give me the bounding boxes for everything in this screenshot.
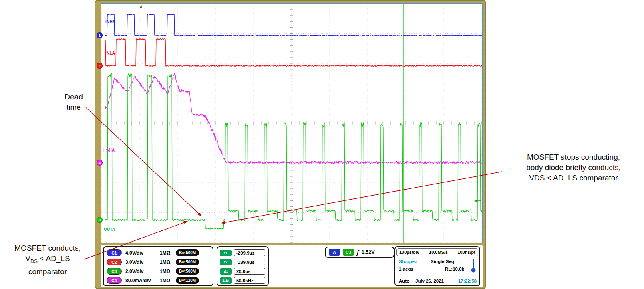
ch1-badge[interactable]: C1 [107,249,122,256]
horizontal-position-icon [471,258,476,273]
cursor-t2-value: -189.9µs [234,259,265,265]
trigger-mode: Auto [399,279,409,283]
waveform-traces: # [101,4,482,243]
ch1-trace-label: INHA [105,20,115,24]
annotation-mosfet-conducts: MOSFET conducts, VDS < AD_LS comparator [0,243,95,277]
acquisition-count: 1 acqs [399,267,413,271]
cursor-row: t2 -189.9µs [220,258,265,266]
marker-number: 4 [99,160,101,165]
cursor-readout-box: t1 -209.9µs t2 -189.9µs Δt 20.0µs 1/Δt 5… [217,246,269,286]
timebase-status-box: 100µs/div 10.0MS/s 100ns/pt Stopped Sing… [394,246,480,286]
sequence-mode: Single Seq [431,259,454,264]
ch3-trace [105,73,482,229]
channel-readout-row: C2 3.0V/div 1MΩ BW:500M [107,258,199,266]
ch4-trace [105,73,482,164]
annotation-dead-time: Dead time [55,92,92,113]
scope-readout-bar: C1 4.0V/div 1MΩ BW:500M C2 3.0V/div 1MΩ … [101,245,483,287]
cursor-delta-t-badge[interactable]: Δt [220,268,232,275]
sample-resolution: 100ns/pt [457,250,475,255]
channel-readout-row: C1 4.0V/div 1MΩ BW:500M [107,249,199,257]
ch2-badge[interactable]: C2 [107,259,122,265]
ch2-bandwidth-badge: BW:500M [176,259,199,265]
date: July 26, 2021 [415,279,444,283]
ch4-trace-label: I_SHA [103,148,115,152]
ch4-bandwidth-badge: BW:120M [176,277,199,284]
ch3-position-marker[interactable]: 3 [97,217,103,223]
ch4-coupling: 1MΩ [160,278,176,283]
channel-readout-row: C4 80.0mA/div 1MΩ BW:120M [107,277,199,284]
trigger-position-mark: # [140,4,143,9]
ch2-scale: 3.0V/div [125,259,160,265]
ch3-badge[interactable]: C3 [107,268,122,275]
ch1-coupling: 1MΩ [160,250,176,256]
cursor-t1-value: -209.9µs [234,249,265,256]
annotation-line: VDS < AD_LS [0,253,95,267]
timebase-scale: 100µs/div [399,250,419,255]
cursor-row: 1/Δt 50.0kHz [220,277,265,284]
ch4-scale: 80.0mA/div [125,278,160,283]
clock: 17:22:58 [458,279,477,283]
figure-annotated-scope-capture: Dead time MOSFET conducts, VDS < AD_LS c… [0,0,644,289]
annotation-line: MOSFET stops conducting, [503,152,644,162]
trigger-edge-icon: ʃ [357,249,359,256]
cursor-inverse-delta-t-value: 50.0kHz [234,277,265,284]
cursor-inverse-delta-t-badge[interactable]: 1/Δt [220,277,232,284]
channel-settings-box: C1 4.0V/div 1MΩ BW:500M C2 3.0V/div 1MΩ … [103,246,213,286]
run-state: Stopped [399,259,417,264]
ch2-position-marker[interactable]: 2 [97,63,103,69]
ch2-trace [105,39,482,67]
ch1-bandwidth-badge: BW:500M [176,249,199,256]
record-length: RL:10.0k [445,267,464,271]
divider [396,275,479,275]
annotation-line: time [55,102,92,113]
ch2-trace-label: INLA [105,51,115,55]
marker-number: 3 [99,218,101,222]
oscilloscope-window: # 1 2 4 3 INHA INLA I_SHA OUTA C1 4.0V/d… [95,0,486,289]
annotation-line: body diode briefly conducts, [503,162,644,173]
trigger-source-badge[interactable]: C3 [343,249,354,256]
annotation-mosfet-stops: MOSFET stops conducting, body diode brie… [503,152,644,183]
cursor-row: Δt 20.0µs [220,267,265,275]
ch1-trace [105,14,482,36]
marker-number: 1 [99,33,101,38]
annotation-line: comparator [0,267,95,277]
ch3-bandwidth-badge: BW:500M [176,268,199,275]
ch4-badge[interactable]: C4 [107,277,122,284]
trigger-readout[interactable]: A C3 ʃ 1.52V [325,247,394,258]
cursor-t1-badge[interactable]: t1 [220,250,232,256]
annotation-line: Dead [55,92,92,102]
marker-number: 2 [99,63,101,68]
cursor-t2-badge[interactable]: t2 [220,259,232,265]
ch1-scale: 4.0V/div [125,250,160,256]
trigger-a-badge[interactable]: A [329,249,340,256]
ch3-coupling: 1MΩ [160,269,176,274]
scope-display[interactable]: # 1 2 4 3 INHA INLA I_SHA OUTA [101,3,483,243]
sample-rate: 10.0MS/s [429,250,448,255]
ch1-position-marker[interactable]: 1 [97,32,103,38]
trigger-level: 1.52V [362,249,375,255]
ch4-position-marker[interactable]: 4 [97,160,103,166]
cursor-row: t1 -209.9µs [220,249,265,257]
timebase-readout: 100µs/div 10.0MS/s 100ns/pt [396,248,478,256]
ch3-trace-label: OUTA [104,227,115,232]
cursor-delta-t-value: 20.0µs [234,268,265,275]
ch3-scale: 2.0V/div [125,269,160,274]
ch2-coupling: 1MΩ [160,259,176,265]
channel-readout-row: C3 2.0V/div 1MΩ BW:500M [107,267,199,275]
annotation-line: VDS < AD_LS comparator [503,173,644,183]
annotation-line: MOSFET conducts, [0,243,95,253]
